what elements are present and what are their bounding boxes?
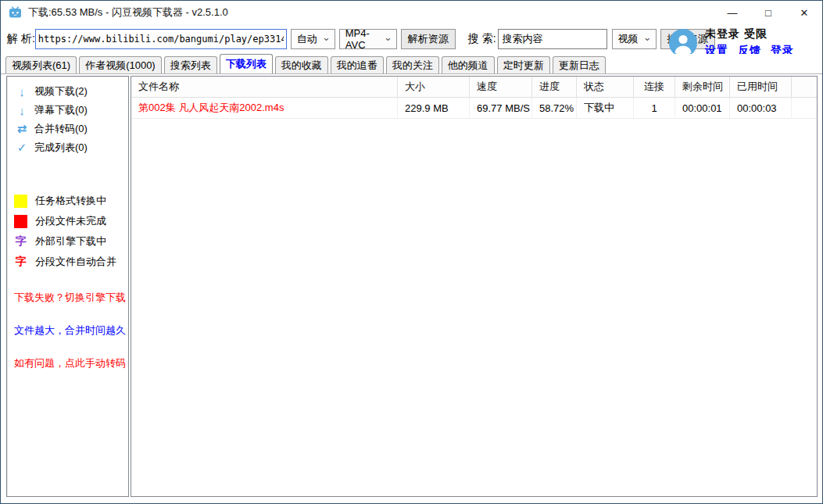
search-type-value: 视频	[618, 32, 639, 46]
red-text-glyph-icon: 字	[14, 255, 27, 269]
download-arrow-icon: ↓	[16, 104, 28, 117]
window-controls: — □ ✕	[714, 1, 822, 24]
tab-scheduled-update[interactable]: 定时更新	[497, 56, 550, 73]
tab-my-favorites[interactable]: 我的收藏	[275, 56, 328, 73]
column-header-remaining-time[interactable]: 剩余时间	[675, 77, 730, 97]
legend-label: 分段文件自动合并	[35, 255, 116, 269]
red-swatch-icon	[14, 215, 27, 228]
cell-filler	[792, 98, 817, 118]
app-window: 下载:65.53 MB/s - 闪豆视频下载器 - v2.5.1.0 — □ ✕…	[0, 0, 823, 504]
parse-label: 解 析:	[7, 32, 35, 46]
chevron-down-icon: ⌄	[322, 34, 331, 41]
legend-label: 任务格式转换中	[35, 194, 106, 208]
column-header-filler	[792, 77, 817, 97]
download-sidebar: ↓ 视频下载(2) ↓ 弹幕下载(0) ⇄ 合并转码(0) ✓ 完成列表(0) …	[6, 76, 129, 497]
url-input[interactable]	[35, 29, 287, 49]
legend-item-converting: 任务格式转换中	[7, 191, 128, 211]
tab-his-channel[interactable]: 他的频道	[442, 56, 495, 73]
column-header-connections[interactable]: 连接	[634, 77, 675, 97]
column-header-progress[interactable]: 进度	[532, 77, 577, 97]
search-input[interactable]	[498, 29, 607, 49]
window-title: 下载:65.53 MB/s - 闪豆视频下载器 - v2.5.1.0	[28, 5, 228, 20]
legend-item-auto-merge: 字 分段文件自动合并	[7, 252, 128, 272]
sidebar-item-label: 合并转码(0)	[34, 122, 88, 136]
cell-elapsed-time: 00:00:03	[730, 98, 792, 118]
legend-item-segment-incomplete: 分段文件未完成	[7, 211, 128, 231]
note-switch-engine[interactable]: 下载失败？切换引擎下载	[7, 291, 128, 305]
column-header-size[interactable]: 大小	[398, 77, 470, 97]
sidebar-item-danmaku-download[interactable]: ↓ 弹幕下载(0)	[7, 101, 128, 120]
note-manual-transcode[interactable]: 如有问题，点此手动转码	[7, 356, 128, 370]
login-status-text: 未登录 受限	[705, 27, 768, 41]
purple-text-glyph-icon: 字	[14, 234, 27, 248]
note-merge-time: 文件越大，合并时间越久	[7, 323, 128, 338]
column-header-elapsed-time[interactable]: 已用时间	[730, 77, 792, 97]
search-label: 搜 索:	[468, 32, 496, 46]
tab-changelog[interactable]: 更新日志	[553, 56, 606, 73]
legend-item-external-engine: 字 外部引擎下载中	[7, 231, 128, 252]
chevron-down-icon: ⌄	[384, 34, 392, 41]
sidebar-item-label: 完成列表(0)	[34, 141, 88, 155]
mode-select[interactable]: 自动 ⌄	[291, 29, 335, 49]
titlebar: 下载:65.53 MB/s - 闪豆视频下载器 - v2.5.1.0 — □ ✕	[1, 1, 822, 24]
legend-label: 分段文件未完成	[35, 214, 106, 228]
sidebar-item-video-download[interactable]: ↓ 视频下载(2)	[7, 82, 128, 101]
tab-my-bangumi[interactable]: 我的追番	[331, 56, 384, 73]
minimize-button[interactable]: —	[714, 1, 750, 24]
cell-size: 229.9 MB	[398, 98, 470, 118]
maximize-button[interactable]: □	[750, 1, 786, 24]
mode-select-value: 自动	[297, 32, 317, 46]
column-header-filename[interactable]: 文件名称	[131, 77, 398, 97]
sidebar-notes: 下载失败？切换引擎下载 文件越大，合并时间越久 如有问题，点此手动转码	[7, 291, 128, 370]
cell-connections: 1	[634, 98, 675, 118]
tab-my-follows[interactable]: 我的关注	[386, 56, 439, 73]
table-header-row: 文件名称 大小 速度 进度 状态 连接 剩余时间 已用时间	[131, 77, 817, 98]
sidebar-item-label: 弹幕下载(0)	[34, 103, 88, 117]
table-row[interactable]: 第002集 凡人风起天南2002.m4s 229.9 MB 69.77 MB/S…	[131, 98, 817, 119]
check-mark-icon: ✓	[16, 141, 28, 155]
cell-filename: 第002集 凡人风起天南2002.m4s	[131, 98, 398, 118]
tab-author-videos[interactable]: 作者视频(1000)	[79, 56, 162, 73]
cell-remaining-time: 00:00:01	[675, 98, 730, 118]
tab-bar: 视频列表(61) 作者视频(1000) 搜索列表 下载列表 我的收藏 我的追番 …	[1, 54, 822, 74]
app-logo-icon	[9, 6, 22, 19]
format-select[interactable]: MP4-AVC ⌄	[339, 29, 397, 49]
legend-label: 外部引擎下载中	[35, 234, 106, 248]
column-header-speed[interactable]: 速度	[470, 77, 532, 97]
toolbar: 解 析: 自动 ⌄ MP4-AVC ⌄ 解析资源 搜 索: 视频 ⌄ 搜索资源	[1, 26, 715, 52]
parse-resource-button[interactable]: 解析资源	[401, 29, 456, 49]
format-select-value: MP4-AVC	[345, 27, 379, 51]
tab-search-list[interactable]: 搜索列表	[164, 56, 217, 73]
sidebar-item-label: 视频下载(2)	[34, 84, 88, 98]
cell-progress: 58.72%	[532, 98, 577, 118]
sidebar-item-merge-transcode[interactable]: ⇄ 合并转码(0)	[7, 120, 128, 138]
cell-status: 下载中	[577, 98, 634, 118]
sidebar-item-completed-list[interactable]: ✓ 完成列表(0)	[7, 138, 128, 157]
yellow-swatch-icon	[14, 195, 27, 208]
download-table-panel: 文件名称 大小 速度 进度 状态 连接 剩余时间 已用时间 第002集 凡人风起…	[131, 76, 818, 497]
tab-download-list[interactable]: 下载列表	[220, 54, 273, 73]
close-button[interactable]: ✕	[786, 1, 822, 24]
column-header-status[interactable]: 状态	[577, 77, 634, 97]
download-arrow-icon: ↓	[16, 85, 28, 98]
chevron-down-icon: ⌄	[643, 34, 652, 41]
tab-video-list[interactable]: 视频列表(61)	[5, 56, 77, 73]
user-avatar-icon[interactable]	[669, 29, 697, 57]
swap-arrows-icon: ⇄	[16, 122, 28, 136]
search-type-select[interactable]: 视频 ⌄	[612, 29, 657, 49]
cell-speed: 69.77 MB/S	[470, 98, 532, 118]
status-legend: 任务格式转换中 分段文件未完成 字 外部引擎下载中 字 分段文件自动合并	[7, 191, 128, 272]
